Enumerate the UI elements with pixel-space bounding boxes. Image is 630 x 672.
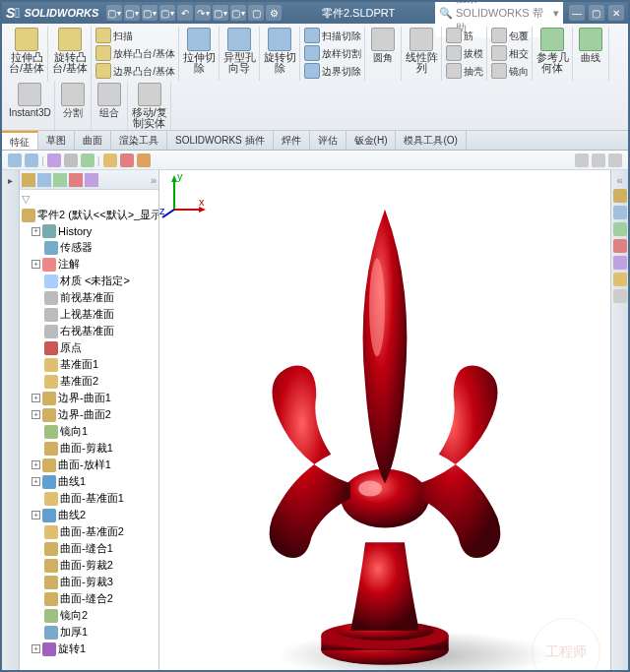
- tree-node[interactable]: 曲面-缝合2: [22, 590, 157, 607]
- tree-node[interactable]: +边界-曲面1: [22, 390, 157, 406]
- qat-rebuild-icon[interactable]: ▢: [230, 5, 246, 21]
- close-icon[interactable]: ✕: [608, 5, 624, 21]
- tree-node[interactable]: 镜向1: [22, 423, 157, 440]
- ribbon-ref-geom[interactable]: 参考几何体: [534, 27, 573, 81]
- ribbon-tab[interactable]: 草图: [38, 131, 75, 150]
- doc-close-icon[interactable]: [608, 153, 622, 167]
- task-appearance-icon[interactable]: [613, 256, 627, 270]
- qat-settings-icon[interactable]: ⚙: [266, 5, 282, 21]
- tree-node[interactable]: 前视基准面: [22, 289, 157, 306]
- tree-node[interactable]: 基准面2: [22, 373, 157, 390]
- tree-node[interactable]: 材质 <未指定>: [22, 273, 157, 289]
- ribbon-tab[interactable]: 焊件: [274, 131, 310, 150]
- tree-node[interactable]: 传感器: [22, 239, 157, 256]
- tree-node[interactable]: +曲面-放样1: [22, 457, 157, 473]
- tree-node[interactable]: 曲面-剪裁1: [22, 440, 157, 457]
- tree-node[interactable]: 上视基准面: [22, 306, 157, 323]
- ribbon-loft-cut[interactable]: 放样切割: [304, 45, 361, 62]
- ribbon-draft[interactable]: 拔模: [446, 45, 483, 62]
- tree-node[interactable]: 曲面-缝合1: [22, 540, 157, 557]
- task-design-lib-icon[interactable]: [613, 206, 627, 219]
- tree-node[interactable]: +History: [22, 223, 157, 239]
- tree-node[interactable]: +注解: [22, 256, 157, 273]
- viewport[interactable]: y x z 工程师: [159, 170, 610, 672]
- ribbon-rib[interactable]: 筋: [446, 28, 483, 44]
- render-icon[interactable]: [120, 153, 134, 167]
- ribbon-tab[interactable]: 钣金(H): [346, 131, 397, 150]
- qat-open-icon[interactable]: ▢: [124, 5, 140, 21]
- fm-tab-dim-icon[interactable]: [69, 173, 83, 187]
- ribbon-boundary-cut[interactable]: 边界切除: [304, 63, 361, 80]
- ribbon-move-body[interactable]: 移动/复制实体: [129, 82, 171, 130]
- ribbon-extrude-cut[interactable]: 拉伸切除: [180, 27, 220, 81]
- task-resources-icon[interactable]: [613, 189, 627, 203]
- ribbon-loft[interactable]: 放样凸台/基体: [95, 45, 175, 62]
- fm-tab-prop-icon[interactable]: [37, 173, 51, 187]
- fm-tab-config-icon[interactable]: [53, 173, 67, 187]
- ribbon-extrude-boss[interactable]: 拉伸凸台/基体: [6, 27, 48, 81]
- task-file-explorer-icon[interactable]: [613, 222, 627, 236]
- tree-node[interactable]: 原点: [22, 339, 157, 356]
- tree-root[interactable]: 零件2 (默认<<默认>_显示状态: [22, 207, 157, 223]
- ribbon-sweep-cut[interactable]: 扫描切除: [304, 28, 361, 44]
- tree-node[interactable]: 曲面-基准面1: [22, 490, 157, 507]
- section-view-icon[interactable]: [103, 153, 117, 167]
- task-custom-props-icon[interactable]: [613, 273, 627, 286]
- appearance-icon[interactable]: [137, 153, 151, 167]
- ribbon-intersect[interactable]: 相交: [491, 45, 529, 62]
- tree-node[interactable]: 右视基准面: [22, 323, 157, 339]
- tree-node[interactable]: +旋转1: [22, 641, 157, 657]
- hide-show-icon[interactable]: [81, 153, 94, 167]
- tree-node[interactable]: 基准面1: [22, 356, 157, 373]
- tree-node[interactable]: +边界-曲面2: [22, 406, 157, 423]
- tree-node[interactable]: +曲线2: [22, 507, 157, 523]
- ribbon-hole[interactable]: 异型孔向导: [220, 27, 260, 81]
- fm-tab-disp-icon[interactable]: [85, 173, 98, 187]
- ribbon-fillet[interactable]: 圆角: [366, 27, 402, 81]
- ribbon-tab[interactable]: 曲面: [75, 131, 111, 150]
- ribbon-combine[interactable]: 组合: [93, 82, 128, 130]
- tree-node[interactable]: 曲面-剪裁3: [22, 574, 157, 590]
- task-view-palette-icon[interactable]: [613, 239, 627, 253]
- qat-redo-icon[interactable]: ↷: [195, 5, 211, 21]
- qat-undo-icon[interactable]: ↶: [177, 5, 193, 21]
- view-orient-icon[interactable]: [47, 153, 61, 167]
- ribbon-tab[interactable]: 评估: [310, 131, 346, 150]
- qat-select-icon[interactable]: ▢: [213, 5, 228, 21]
- feature-tree[interactable]: ▽ 零件2 (默认<<默认>_显示状态 +History传感器+注解材质 <未指…: [20, 190, 158, 672]
- fm-tab-tree-icon[interactable]: [22, 173, 35, 187]
- ribbon-instant3d[interactable]: Instant3D: [6, 82, 55, 130]
- maximize-icon[interactable]: ▢: [589, 5, 604, 21]
- ribbon-tab[interactable]: 特征: [2, 131, 38, 150]
- tree-node[interactable]: 曲面-基准面2: [22, 523, 157, 540]
- ribbon-wrap[interactable]: 包覆: [491, 28, 529, 44]
- search-dropdown-icon[interactable]: ▾: [553, 7, 559, 20]
- task-forum-icon[interactable]: [613, 289, 627, 303]
- qat-options-icon[interactable]: ▢: [248, 5, 264, 21]
- ribbon-curves[interactable]: 曲线: [574, 27, 609, 81]
- qat-print-icon[interactable]: ▢: [159, 5, 175, 21]
- ribbon-revolve-cut[interactable]: 旋转切除: [261, 27, 300, 81]
- ribbon-shell[interactable]: 抽壳: [446, 63, 483, 80]
- ribbon-sweep[interactable]: 扫描: [95, 28, 175, 44]
- display-style-icon[interactable]: [64, 153, 78, 167]
- tree-filter[interactable]: ▽: [22, 192, 157, 207]
- task-toggle-icon[interactable]: «: [616, 174, 622, 186]
- side-tab-arrow[interactable]: ▸: [2, 170, 19, 190]
- tree-node[interactable]: 加厚1: [22, 624, 157, 641]
- ribbon-pattern[interactable]: 线性阵列: [403, 27, 442, 81]
- doc-max-icon[interactable]: [592, 153, 605, 167]
- minimize-icon[interactable]: —: [569, 5, 585, 21]
- tree-node[interactable]: 镜向2: [22, 607, 157, 624]
- ribbon-revolve-boss[interactable]: 旋转凸台/基体: [49, 27, 92, 81]
- zoom-area-icon[interactable]: [25, 153, 38, 167]
- qat-save-icon[interactable]: ▢: [142, 5, 158, 21]
- ribbon-tab[interactable]: SOLIDWORKS 插件: [167, 131, 274, 150]
- tree-node[interactable]: 曲面-剪裁2: [22, 557, 157, 574]
- fm-split-icon[interactable]: »: [151, 174, 157, 186]
- view-triad[interactable]: y x z: [159, 170, 209, 219]
- ribbon-split[interactable]: 分割: [56, 82, 92, 130]
- ribbon-tab[interactable]: 模具工具(O): [396, 131, 466, 150]
- tree-node[interactable]: +曲线1: [22, 473, 157, 490]
- ribbon-mirror[interactable]: 镜向: [491, 63, 529, 80]
